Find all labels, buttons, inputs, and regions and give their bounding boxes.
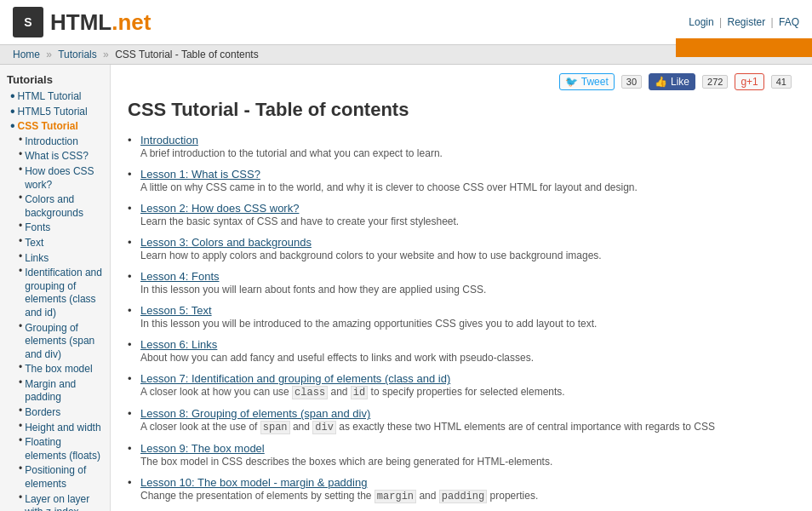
list-item: Lesson 8: Grouping of elements (span and…: [128, 407, 792, 433]
facebook-icon: 👍: [655, 76, 667, 88]
like-count: 272: [702, 75, 728, 89]
toc-link-lesson10[interactable]: Lesson 10: The box model - margin & padd…: [140, 476, 367, 489]
sidebar-item-css[interactable]: • CSS Tutorial: [7, 120, 103, 134]
sidebar-item-howdoes[interactable]: • How does CSS work?: [7, 165, 103, 192]
logo-icon: S: [13, 7, 43, 37]
logo: S HTML.net: [13, 7, 151, 37]
list-item: Lesson 5: Text In this lesson you will b…: [128, 304, 792, 330]
toc-link-lesson7[interactable]: Lesson 7: Identification and grouping of…: [140, 372, 450, 385]
sidebar-item-positioning[interactable]: • Positioning of elements: [7, 464, 103, 491]
toc-desc-lesson2: Learn the basic syntax of CSS and have t…: [140, 215, 792, 227]
sidebar-item-html5[interactable]: • HTML5 Tutorial: [7, 106, 103, 119]
toc-desc-lesson7: A closer look at how you can use class a…: [140, 386, 792, 399]
gplus-icon: g+1: [741, 76, 758, 88]
sidebar-item-borders[interactable]: • Borders: [7, 406, 103, 420]
toc-desc-lesson5: In this lesson you will be introduced to…: [140, 318, 792, 330]
list-item: Lesson 7: Identification and grouping of…: [128, 372, 792, 399]
twitter-icon: 🐦: [565, 76, 578, 88]
tweet-label: Tweet: [581, 76, 609, 88]
orange-banner: [676, 38, 812, 57]
login-link[interactable]: Login: [689, 16, 713, 28]
tweet-button[interactable]: 🐦 Tweet: [559, 73, 615, 90]
toc-desc-lesson3: Learn how to apply colors and background…: [140, 250, 792, 261]
sidebar-item-boxmodel[interactable]: • The box model: [7, 363, 103, 376]
toc-desc-lesson8: A closer look at the use of span and div…: [140, 421, 792, 433]
list-item: Lesson 4: Fonts In this lesson you will …: [128, 270, 792, 296]
tweet-count: 30: [621, 75, 642, 89]
page-title: CSS Tutorial - Table of contents: [128, 99, 792, 121]
toc-desc-lesson10: Change the presentation of elements by s…: [140, 490, 792, 502]
sidebar-item-fonts[interactable]: • Fonts: [7, 221, 103, 235]
toc-link-lesson1[interactable]: Lesson 1: What is CSS?: [140, 168, 260, 181]
layout: Tutorials • HTML Tutorial • HTML5 Tutori…: [0, 65, 812, 511]
list-item: Lesson 1: What is CSS? A little on why C…: [128, 168, 792, 193]
toc-link-lesson2[interactable]: Lesson 2: How does CSS work?: [140, 202, 299, 215]
list-item: Lesson 3: Colors and backgrounds Learn h…: [128, 236, 792, 261]
sidebar-item-html[interactable]: • HTML Tutorial: [7, 90, 103, 104]
toc-link-lesson5[interactable]: Lesson 5: Text: [140, 304, 212, 317]
sidebar-item-colors[interactable]: • Colors and backgrounds: [7, 193, 103, 220]
logo-text: HTML.net: [50, 9, 151, 36]
sidebar-item-heightwidth[interactable]: • Height and width: [7, 422, 103, 435]
sidebar: Tutorials • HTML Tutorial • HTML5 Tutori…: [0, 65, 111, 511]
sidebar-item-ident[interactable]: • Identification and grouping of element…: [7, 267, 103, 319]
like-label: Like: [671, 76, 689, 88]
sidebar-item-margin[interactable]: • Margin and padding: [7, 378, 103, 405]
sidebar-item-layer[interactable]: • Layer on layer with z-index (Layers): [7, 493, 103, 511]
toc-link-lesson3[interactable]: Lesson 3: Colors and backgrounds: [140, 236, 312, 249]
sidebar-item-text[interactable]: • Text: [7, 237, 103, 250]
sidebar-item-floats[interactable]: • Floating elements (floats): [7, 436, 103, 462]
header-links: Login | Register | FAQ: [689, 16, 799, 28]
register-link[interactable]: Register: [727, 16, 765, 28]
list-item: Lesson 10: The box model - margin & padd…: [128, 476, 792, 502]
toc-desc-lesson9: The box model in CSS describes the boxes…: [140, 456, 792, 468]
breadcrumb-home[interactable]: Home: [13, 49, 40, 60]
toc-link-lesson4[interactable]: Lesson 4: Fonts: [140, 270, 220, 283]
toc-list: Introduction A brief introduction to the…: [128, 134, 792, 511]
sidebar-item-intro[interactable]: • Introduction: [7, 135, 103, 149]
breadcrumb-current: CSS Tutorial - Table of contents: [115, 49, 259, 60]
list-item: Lesson 6: Links About how you can add fa…: [128, 338, 792, 364]
sidebar-item-links[interactable]: • Links: [7, 252, 103, 266]
gplus-count: 41: [771, 75, 792, 89]
list-item: Lesson 2: How does CSS work? Learn the b…: [128, 202, 792, 227]
toc-desc-lesson4: In this lesson you will learn about font…: [140, 284, 792, 296]
like-button[interactable]: 👍 Like: [649, 73, 695, 90]
toc-link-lesson8[interactable]: Lesson 8: Grouping of elements (span and…: [140, 407, 370, 420]
toc-desc-lesson6: About how you can add fancy and useful e…: [140, 352, 792, 364]
toc-desc-lesson1: A little on why CSS came in to the world…: [140, 181, 792, 193]
main-content: 🐦 Tweet 30 👍 Like 272 g+1 41 CSS Tutoria…: [111, 65, 809, 511]
toc-desc-intro: A brief introduction to the tutorial and…: [140, 147, 792, 159]
sidebar-item-grouping[interactable]: • Grouping of elements (span and div): [7, 322, 103, 362]
toc-link-lesson9[interactable]: Lesson 9: The box model: [140, 442, 265, 455]
toc-link-lesson6[interactable]: Lesson 6: Links: [140, 338, 217, 351]
list-item: Introduction A brief introduction to the…: [128, 134, 792, 159]
breadcrumb-tutorials[interactable]: Tutorials: [58, 49, 97, 60]
sidebar-item-whatiscss[interactable]: • What is CSS?: [7, 150, 103, 164]
toc-link-intro[interactable]: Introduction: [140, 134, 198, 146]
gplus-button[interactable]: g+1: [735, 73, 763, 90]
faq-link[interactable]: FAQ: [779, 16, 799, 28]
sidebar-tutorials-title: Tutorials: [7, 73, 103, 86]
social-bar: 🐦 Tweet 30 👍 Like 272 g+1 41: [128, 73, 792, 90]
list-item: Lesson 9: The box model The box model in…: [128, 442, 792, 468]
